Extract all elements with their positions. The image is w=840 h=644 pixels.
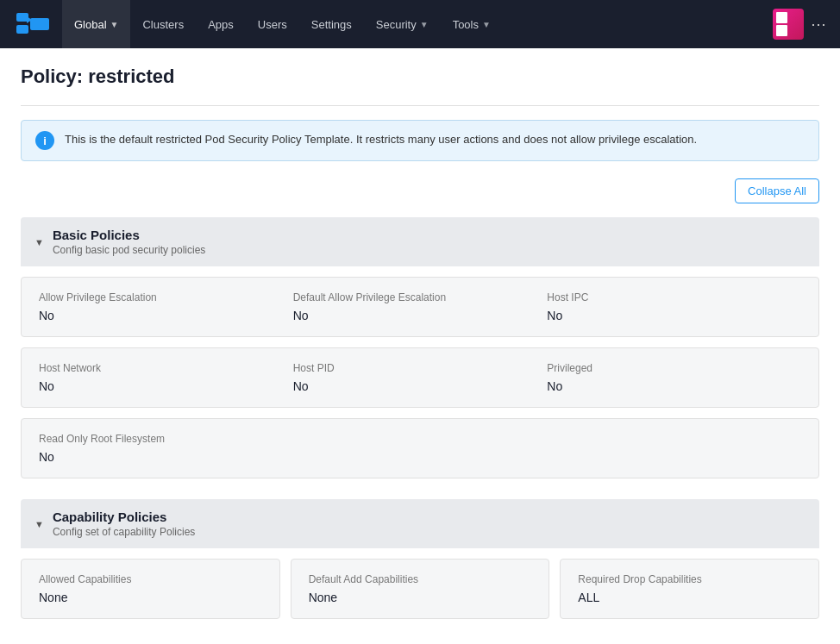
page-title: Policy: restricted — [21, 66, 819, 88]
policy-card-row2: Host Network No Host PID No Privileged N… — [21, 347, 819, 408]
navbar-right: ⋯ — [773, 9, 826, 40]
logo-icon — [14, 5, 52, 43]
field-host-network: Host Network No — [39, 362, 293, 393]
info-text: This is the default restricted Pod Secur… — [65, 131, 697, 148]
section-capability-policies: ▼ Capability Policies Config set of capa… — [21, 499, 819, 622]
section-basic-policies-header[interactable]: ▼ Basic Policies Config basic pod securi… — [21, 217, 819, 266]
nav-item-users[interactable]: Users — [246, 0, 299, 48]
section-basic-policies: ▼ Basic Policies Config basic pod securi… — [21, 217, 819, 482]
section-capability-policies-header[interactable]: ▼ Capability Policies Config set of capa… — [21, 499, 819, 548]
svg-rect-1 — [16, 25, 28, 34]
nav-item-settings[interactable]: Settings — [299, 0, 364, 48]
section-capability-title: Capability Policies — [53, 510, 195, 524]
field-label: Read Only Root Filesystem — [39, 433, 293, 445]
info-icon: i — [35, 131, 54, 150]
field-value: No — [39, 379, 293, 393]
navbar: Global ▼ Clusters Apps Users Settings Se… — [0, 0, 840, 48]
nav-items: Global ▼ Clusters Apps Users Settings Se… — [62, 0, 773, 48]
page-content: Policy: restricted i This is the default… — [0, 48, 840, 644]
field-value: No — [547, 309, 801, 322]
field-value: No — [293, 309, 548, 322]
cap-card-default-add: Default Add Capabilities None — [291, 559, 550, 619]
toolbar: Collapse All — [21, 178, 819, 203]
section-capability-subtitle: Config set of capability Policies — [53, 526, 195, 538]
nav-item-global[interactable]: Global ▼ — [62, 0, 130, 48]
chevron-down-icon: ▼ — [110, 20, 119, 29]
policy-card-row3: Read Only Root Filesystem No — [21, 418, 819, 478]
chevron-down-icon-basic: ▼ — [34, 237, 44, 247]
app-switcher-icon[interactable] — [773, 9, 804, 40]
chevron-down-icon-capability: ▼ — [34, 519, 44, 529]
field-host-ipc: Host IPC No — [547, 291, 801, 322]
field-label: Host Network — [39, 362, 293, 374]
field-label: Required Drop Capabilities — [578, 573, 801, 585]
nav-item-tools[interactable]: Tools ▼ — [441, 0, 503, 48]
field-privileged: Privileged No — [547, 362, 801, 393]
nav-item-apps[interactable]: Apps — [196, 0, 246, 48]
field-allow-priv-esc: Allow Privilege Escalation No — [39, 291, 293, 322]
field-label: Default Add Capabilities — [309, 573, 532, 585]
divider — [21, 105, 819, 106]
policy-card-row1: Allow Privilege Escalation No Default Al… — [21, 277, 819, 337]
section-basic-subtitle: Config basic pod security policies — [53, 244, 205, 256]
field-value: No — [293, 379, 548, 393]
field-value: ALL — [578, 591, 801, 604]
field-value: No — [547, 379, 801, 393]
basic-policies-cards: Allow Privilege Escalation No Default Al… — [21, 266, 819, 482]
logo[interactable] — [14, 5, 52, 43]
field-label: Host PID — [293, 362, 548, 374]
field-default-allow-priv-esc: Default Allow Privilege Escalation No — [293, 291, 548, 322]
field-host-pid: Host PID No — [293, 362, 548, 393]
field-label: Allow Privilege Escalation — [39, 291, 293, 303]
field-value: No — [39, 309, 293, 322]
field-label: Default Allow Privilege Escalation — [293, 291, 548, 303]
chevron-down-icon-tools: ▼ — [482, 20, 491, 29]
cap-card-required-drop: Required Drop Capabilities ALL — [560, 559, 819, 619]
field-label: Privileged — [547, 362, 801, 374]
section-basic-title: Basic Policies — [53, 228, 205, 242]
capability-cards: Allowed Capabilities None Default Add Ca… — [21, 548, 819, 622]
chevron-down-icon-security: ▼ — [420, 20, 429, 29]
cap-card-allowed: Allowed Capabilities None — [21, 559, 280, 619]
nav-item-security[interactable]: Security ▼ — [364, 0, 441, 48]
field-read-only-fs: Read Only Root Filesystem No — [39, 433, 293, 464]
collapse-all-button[interactable]: Collapse All — [735, 178, 819, 203]
nav-item-clusters[interactable]: Clusters — [130, 0, 196, 48]
more-icon[interactable]: ⋯ — [811, 15, 826, 34]
field-value: No — [39, 450, 293, 464]
field-value: None — [39, 591, 262, 604]
field-value: None — [309, 591, 532, 604]
field-label: Host IPC — [547, 291, 801, 303]
svg-rect-2 — [30, 18, 49, 30]
svg-rect-0 — [16, 13, 28, 22]
field-label: Allowed Capabilities — [39, 573, 262, 585]
info-banner: i This is the default restricted Pod Sec… — [21, 120, 819, 161]
